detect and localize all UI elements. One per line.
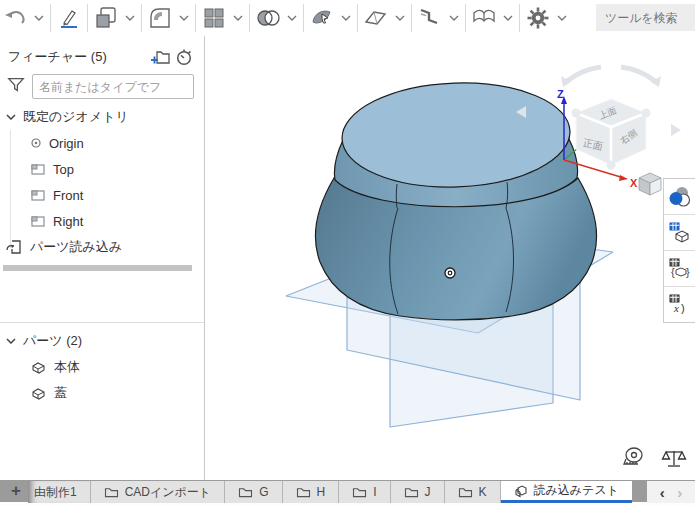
document-tab-bar: + 由制作1 CADインポート G H: [0, 480, 695, 506]
part-icon: [30, 360, 47, 375]
tree-item-top[interactable]: Top: [0, 156, 204, 182]
extrude-button[interactable]: [91, 3, 121, 33]
item-label: Front: [53, 188, 83, 203]
tree-item-part-body[interactable]: 本体: [0, 354, 204, 380]
part-icon: [30, 386, 47, 401]
toolbar-divider: [87, 4, 88, 32]
tab-scroll-controls: ‹ ›: [647, 481, 695, 503]
tool-search-input[interactable]: [596, 4, 695, 31]
measure-icon[interactable]: [624, 448, 642, 464]
boolean-menu-button[interactable]: [283, 3, 300, 33]
fillet-menu-button[interactable]: [175, 3, 192, 33]
sheet-metal-menu-button[interactable]: [445, 3, 462, 33]
svg-text:}: }: [686, 266, 690, 278]
transform-menu-button[interactable]: [337, 3, 354, 33]
settings-button[interactable]: [523, 3, 553, 33]
item-label: 蓋: [54, 384, 67, 402]
sketch-icon: [56, 5, 82, 31]
configuration-table-button[interactable]: { }: [664, 251, 695, 287]
tab-label: H: [317, 485, 326, 499]
tree-item-right[interactable]: Right: [0, 208, 204, 234]
next-tabs-button[interactable]: ›: [677, 484, 682, 501]
rollback-bar[interactable]: [3, 265, 192, 271]
tab-folder-j[interactable]: J: [391, 481, 445, 503]
boolean-button[interactable]: [253, 3, 283, 33]
undo-button[interactable]: [0, 3, 30, 33]
sheet-metal-button[interactable]: [415, 3, 445, 33]
folder-icon: [104, 486, 119, 498]
tree-item-part-lid[interactable]: 蓋: [0, 380, 204, 406]
graphics-area[interactable]: Y Z X: [205, 36, 695, 480]
part-studio-icon: [514, 484, 528, 498]
undo-icon: [3, 6, 27, 30]
chevron-down-icon: [449, 15, 459, 21]
rotate-left-arrow[interactable]: [567, 67, 601, 81]
item-label: Right: [53, 214, 83, 229]
pattern-menu-button[interactable]: [229, 3, 246, 33]
right-panel: { } x ): [663, 178, 695, 323]
regeneration-time-button[interactable]: [172, 46, 196, 68]
item-label: Origin: [49, 136, 84, 151]
tab-folder-k[interactable]: K: [445, 481, 501, 503]
fillet-button[interactable]: [145, 3, 175, 33]
features-header: フィーチャー (5): [8, 48, 148, 66]
rotate-right-arrow[interactable]: [621, 67, 655, 81]
tree-group-default-geometry[interactable]: 既定のジオメトリ: [0, 104, 204, 130]
collapse-chevron-icon[interactable]: [6, 338, 16, 344]
tab-folder-h[interactable]: H: [283, 481, 340, 503]
split-button[interactable]: [469, 3, 499, 33]
plane-tool-icon: [363, 5, 389, 31]
chevron-down-icon: [395, 15, 405, 21]
extrude-icon: [93, 5, 119, 31]
tab-folder-i[interactable]: I: [339, 481, 390, 503]
model-part[interactable]: [316, 79, 597, 320]
import-icon: [6, 239, 23, 255]
sketch-button[interactable]: [54, 3, 84, 33]
chevron-down-icon: [179, 15, 189, 21]
pattern-icon: [201, 5, 227, 31]
viewport-status-tools: [622, 446, 692, 472]
transform-button[interactable]: [307, 3, 337, 33]
tree-item-part-import[interactable]: パーツ読み込み: [0, 234, 204, 260]
tab-cad-import[interactable]: CADインポート: [91, 481, 225, 503]
split-icon: [471, 5, 497, 31]
feature-filter-input[interactable]: [32, 74, 194, 99]
extrude-menu-button[interactable]: [121, 3, 138, 33]
toolbar-divider: [411, 4, 412, 32]
variables-panel-button[interactable]: x ): [664, 287, 695, 322]
filter-icon[interactable]: [6, 75, 26, 98]
tab-label: G: [259, 485, 268, 499]
group-label: 既定のジオメトリ: [23, 108, 129, 126]
appearance-panel-button[interactable]: [664, 179, 695, 215]
panel-divider: [0, 322, 204, 323]
plane-tool-button[interactable]: [361, 3, 391, 33]
tree-group-parts[interactable]: パーツ (2): [0, 328, 204, 354]
origin-marker[interactable]: [445, 268, 455, 278]
svg-text:): ): [681, 302, 685, 314]
mass-properties-icon[interactable]: [663, 451, 686, 466]
pattern-button[interactable]: [199, 3, 229, 33]
undo-menu-button[interactable]: [30, 3, 47, 33]
prev-tabs-button[interactable]: ‹: [660, 484, 665, 501]
new-folder-button[interactable]: [148, 46, 172, 68]
tree-item-front[interactable]: Front: [0, 182, 204, 208]
plane-tool-menu-button[interactable]: [391, 3, 408, 33]
tab-label: 由制作1: [34, 484, 77, 501]
tab-folder-g[interactable]: G: [225, 481, 282, 503]
settings-menu-button[interactable]: [553, 3, 570, 33]
plane-icon: [30, 162, 46, 176]
folder-icon: [296, 486, 311, 498]
tab-label: K: [479, 485, 487, 499]
viewport-3d[interactable]: Y Z X: [205, 36, 695, 480]
split-menu-button[interactable]: [499, 3, 516, 33]
collapse-chevron-icon[interactable]: [6, 114, 16, 120]
render-cube-icon[interactable]: [639, 173, 661, 195]
tab-label: J: [425, 485, 431, 499]
tab-free-creation[interactable]: 由制作1: [28, 481, 91, 503]
rotate-east-arrow[interactable]: [671, 124, 681, 136]
tree-item-origin[interactable]: Origin: [0, 130, 204, 156]
feature-list-panel: フィーチャー (5): [0, 36, 205, 480]
configuration-panel-button[interactable]: [664, 215, 695, 251]
tab-import-test[interactable]: 読み込みテスト: [501, 481, 632, 503]
add-tab-button[interactable]: +: [4, 480, 28, 502]
